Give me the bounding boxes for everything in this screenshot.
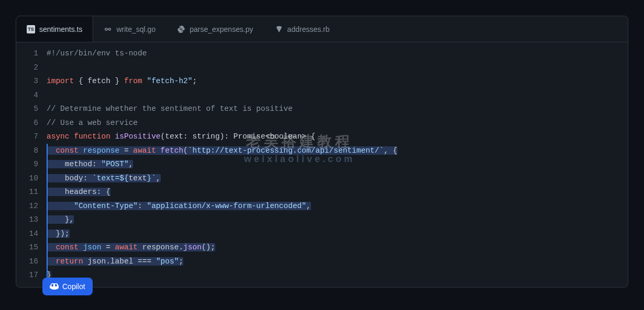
token-punc: [79, 146, 83, 155]
token-var: method: [65, 160, 92, 168]
token-var: json: [87, 257, 106, 266]
token-punc: : {: [97, 188, 110, 196]
token-punc: =: [119, 146, 133, 155]
tab-label: sentiments.ts: [39, 25, 82, 33]
code-line[interactable]: headers: {: [47, 185, 628, 199]
token-var: text: [129, 174, 147, 182]
tab-label: addresses.rb: [287, 25, 330, 33]
code-line[interactable]: [47, 88, 628, 102]
code-line[interactable]: [47, 61, 628, 75]
tab-sentiments-ts[interactable]: TSsentiments.ts: [16, 16, 93, 42]
svg-point-0: [105, 28, 107, 30]
token-punc: .: [179, 243, 183, 251]
line-number: 6: [16, 116, 38, 130]
selection-bar: [47, 144, 48, 158]
token-keyword: function: [74, 132, 110, 141]
selection-bar: [47, 185, 48, 199]
selection-bar: [47, 240, 48, 255]
line-number: 8: [16, 144, 38, 158]
token-punc: }: [110, 77, 124, 85]
line-number: 13: [16, 213, 38, 227]
selection-bar: [47, 157, 48, 171]
line-number: 3: [16, 74, 38, 88]
line-number: 17: [16, 268, 38, 282]
code-line[interactable]: });: [47, 227, 628, 241]
code-line[interactable]: "Content-Type": "application/x-www-form-…: [47, 199, 628, 213]
token-punc: ):: [220, 132, 234, 141]
selection-bar: [47, 255, 48, 269]
token-string: }`: [147, 174, 156, 182]
code-line[interactable]: },: [47, 213, 628, 227]
token-type: boolean: [270, 132, 302, 141]
token-func: json: [183, 243, 202, 251]
token-ident: response: [83, 146, 120, 155]
ts-icon: TS: [27, 25, 35, 33]
line-number: 4: [16, 88, 38, 102]
token-keyword: const: [55, 146, 79, 155]
copilot-button[interactable]: Copilot: [42, 278, 93, 295]
line-number: 10: [16, 171, 38, 186]
token-var: body: [65, 174, 83, 182]
token-punc: [47, 146, 55, 155]
line-number: 15: [16, 240, 38, 255]
line-number: 7: [16, 130, 38, 144]
token-punc: ();: [202, 243, 215, 251]
selection-bar: [47, 171, 48, 186]
tab-addresses-rb[interactable]: addresses.rb: [264, 16, 341, 42]
tab-write_sql-go[interactable]: write_sql.go: [93, 16, 166, 42]
token-punc: =: [101, 243, 115, 251]
token-var: fetch: [87, 77, 110, 85]
token-punc: :: [92, 160, 101, 168]
token-punc: });: [47, 229, 70, 238]
token-punc: [47, 257, 55, 266]
token-punc: [47, 160, 65, 168]
token-comment: #!/usr/bin/env ts-node: [47, 49, 147, 58]
copilot-icon: [50, 281, 59, 292]
token-keyword: import: [47, 77, 74, 85]
token-comment: // Use a web service: [47, 119, 138, 127]
line-number: 12: [16, 199, 38, 213]
line-number-gutter: 1234567891011121314151617: [16, 47, 47, 282]
tab-label: write_sql.go: [116, 25, 156, 33]
go-icon: [104, 25, 112, 33]
token-keyword: await: [115, 243, 138, 251]
selection-bar: [47, 213, 48, 227]
code-content[interactable]: #!/usr/bin/env ts-nodeimport { fetch } f…: [47, 47, 628, 282]
token-punc: [47, 243, 55, 251]
token-punc: {: [74, 77, 87, 85]
line-number: 16: [16, 255, 38, 269]
code-line[interactable]: method: "POST",: [47, 157, 628, 171]
code-line[interactable]: #!/usr/bin/env ts-node: [47, 47, 628, 61]
code-line[interactable]: import { fetch } from "fetch-h2";: [47, 74, 628, 88]
tab-bar: TSsentiments.tswrite_sql.goparse_expense…: [16, 16, 628, 42]
code-line[interactable]: const response = await fetch(`http://tex…: [47, 144, 628, 158]
token-string: "application/x-www-form-urlencoded": [147, 202, 306, 210]
token-string: `http://text-processing.com/api/sentimen…: [188, 146, 384, 155]
line-number: 11: [16, 185, 38, 199]
selection-bar: [47, 199, 48, 213]
token-string: "Content-Type": [74, 202, 138, 210]
line-number: 14: [16, 227, 38, 241]
code-line[interactable]: async function isPositive(text: string):…: [47, 130, 628, 144]
tab-parse_expenses-py[interactable]: parse_expenses.py: [166, 16, 264, 42]
token-func: isPositive: [115, 132, 161, 141]
token-keyword: return: [55, 257, 83, 266]
token-punc: :: [83, 174, 92, 182]
code-line[interactable]: return json.label === "pos";: [47, 255, 628, 269]
token-comment: // Determine whether the sentiment of te…: [47, 105, 293, 113]
token-var: response: [142, 243, 179, 251]
line-number: 9: [16, 157, 38, 171]
token-punc: :: [138, 202, 147, 210]
code-line[interactable]: const json = await response.json();: [47, 240, 628, 255]
token-punc: },: [47, 215, 74, 224]
token-punc: , {: [384, 146, 397, 155]
code-line[interactable]: body: `text=${text}`,: [47, 171, 628, 186]
token-ident: json: [83, 243, 102, 251]
code-editor-window: TSsentiments.tswrite_sql.goparse_expense…: [16, 16, 628, 288]
code-line[interactable]: }: [47, 268, 628, 282]
code-area[interactable]: 1234567891011121314151617 #!/usr/bin/env…: [16, 42, 628, 286]
code-line[interactable]: // Use a web service: [47, 116, 628, 130]
code-line[interactable]: // Determine whether the sentiment of te…: [47, 102, 628, 116]
token-punc: [70, 132, 74, 141]
token-punc: (: [183, 146, 188, 155]
